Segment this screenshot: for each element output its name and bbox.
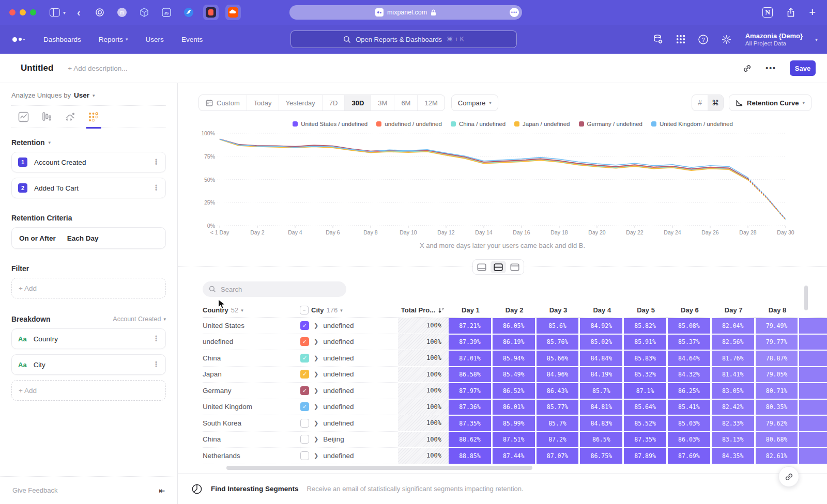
save-button[interactable]: Save xyxy=(790,60,816,76)
range-7d[interactable]: 7D xyxy=(323,95,345,111)
row-checkbox[interactable]: ✓ xyxy=(300,386,309,395)
copy-link-icon[interactable] xyxy=(742,64,752,73)
breakdown-add-button[interactable]: + Add xyxy=(11,380,166,401)
kebab-menu-icon[interactable]: ••• xyxy=(153,159,159,165)
country-cell[interactable]: China xyxy=(203,432,300,448)
city-cell[interactable]: ✓❯undefined xyxy=(300,367,398,383)
back-icon[interactable]: ‹ xyxy=(77,7,81,19)
breakdown-item-city[interactable]: AaCity••• xyxy=(11,354,166,375)
country-cell[interactable]: China xyxy=(203,350,300,367)
give-feedback-link[interactable]: Give Feedback xyxy=(12,486,57,494)
horizontal-scrollbar[interactable] xyxy=(226,466,532,470)
m-avatar-icon[interactable]: m xyxy=(114,5,130,20)
city-cell[interactable]: ❯undefined xyxy=(300,415,398,432)
close-window-icon[interactable] xyxy=(9,9,16,15)
global-search[interactable]: Open Reports & Dashboards ⌘ + K xyxy=(290,30,517,48)
legend-item[interactable]: United Kingdom / undefined xyxy=(651,121,733,127)
apps-grid-icon[interactable] xyxy=(676,35,685,44)
expand-chevron-icon[interactable]: ❯ xyxy=(314,387,318,394)
nav-link-dashboards[interactable]: Dashboards xyxy=(43,36,81,43)
cube-icon[interactable] xyxy=(136,5,152,20)
mixpanel-logo[interactable] xyxy=(12,37,25,42)
legend-item[interactable]: Japan / undefined xyxy=(514,121,570,127)
day-column-header[interactable]: Day 2 xyxy=(493,306,537,314)
row-checkbox[interactable]: ✓ xyxy=(300,354,309,363)
day-column-header[interactable]: Day 5 xyxy=(624,306,668,314)
expand-chevron-icon[interactable]: ❯ xyxy=(314,322,318,329)
share-icon[interactable] xyxy=(786,7,795,18)
day-column-header[interactable]: Day 4 xyxy=(580,306,624,314)
range-30d[interactable]: 30D xyxy=(345,95,371,111)
expand-chevron-icon[interactable]: ❯ xyxy=(314,371,318,377)
data-management-icon[interactable] xyxy=(652,34,664,45)
settings-gear-icon[interactable] xyxy=(721,34,732,45)
range-3m[interactable]: 3M xyxy=(371,95,394,111)
tab-insights[interactable] xyxy=(18,111,29,122)
table-view-button[interactable] xyxy=(507,261,523,273)
nav-link-users[interactable]: Users xyxy=(146,36,164,43)
city-cell[interactable]: ❯Beijing xyxy=(300,432,398,448)
add-description[interactable]: + Add description... xyxy=(68,65,127,72)
city-cell[interactable]: ❯undefined xyxy=(300,448,398,464)
kebab-menu-icon[interactable]: ••• xyxy=(153,185,159,191)
row-checkbox[interactable]: ✓ xyxy=(300,321,309,330)
nav-link-events[interactable]: Events xyxy=(181,36,203,43)
criteria-card[interactable]: On or After Each Day xyxy=(11,227,166,249)
legend-item[interactable]: undefined / undefined xyxy=(376,121,442,127)
percent-values-toggle[interactable]: ⌘ xyxy=(708,95,723,111)
tab-retention[interactable] xyxy=(87,111,99,122)
city-column-header[interactable]: – City176▾ xyxy=(300,306,398,314)
legend-item[interactable]: Germany / undefined xyxy=(579,121,642,127)
row-checkbox[interactable] xyxy=(300,451,309,460)
split-view-button[interactable] xyxy=(491,261,506,273)
expand-chevron-icon[interactable]: ❯ xyxy=(314,403,318,410)
chart-type-dropdown[interactable]: Retention Curve▾ xyxy=(729,94,811,111)
segments-title[interactable]: Find Interesting Segments xyxy=(211,485,299,493)
criteria-each-day[interactable]: Each Day xyxy=(67,234,99,242)
sidebar-icon[interactable] xyxy=(50,8,60,17)
collapse-sidebar-icon[interactable]: ⇤ xyxy=(159,486,165,495)
more-options-icon[interactable]: ••• xyxy=(765,64,776,72)
row-checkbox[interactable] xyxy=(300,419,309,428)
kebab-menu-icon[interactable]: ••• xyxy=(153,361,159,368)
range-yesterday[interactable]: Yesterday xyxy=(279,95,323,111)
city-cell[interactable]: ✓❯undefined xyxy=(300,399,398,416)
chevron-down-icon[interactable]: ▾ xyxy=(63,10,66,15)
row-checkbox[interactable]: ✓ xyxy=(300,402,309,411)
legend-item[interactable]: China / undefined xyxy=(451,121,506,127)
tab-flows[interactable] xyxy=(64,111,75,122)
breakdown-item-country[interactable]: AaCountry••• xyxy=(11,328,166,349)
cloud-tab-icon[interactable] xyxy=(225,5,241,20)
expand-chevron-icon[interactable]: ❯ xyxy=(314,452,318,459)
range-custom[interactable]: Custom xyxy=(199,95,247,111)
country-cell[interactable]: undefined xyxy=(203,334,300,351)
expand-chevron-icon[interactable]: ❯ xyxy=(314,420,318,427)
retention-step-1[interactable]: 1Account Created••• xyxy=(11,152,166,172)
expand-chevron-icon[interactable]: ❯ xyxy=(314,338,318,345)
mixpanel-tab-icon[interactable] xyxy=(203,5,219,20)
country-cell[interactable]: United States xyxy=(203,318,300,334)
row-checkbox[interactable]: ✓ xyxy=(300,370,309,379)
chart-view-button[interactable] xyxy=(474,261,489,273)
city-cell[interactable]: ✓❯undefined xyxy=(300,334,398,351)
row-checkbox[interactable]: ✓ xyxy=(300,337,309,346)
range-6m[interactable]: 6M xyxy=(394,95,418,111)
project-switcher[interactable]: Amazonia {Demo} All Project Data xyxy=(745,32,803,46)
report-title[interactable]: Untitled xyxy=(21,63,53,73)
day-column-header[interactable]: Day 3 xyxy=(537,306,580,314)
country-cell[interactable]: Netherlands xyxy=(203,448,300,464)
zoom-window-icon[interactable] xyxy=(30,9,36,15)
country-cell[interactable]: Germany xyxy=(203,383,300,399)
country-cell[interactable]: Japan xyxy=(203,367,300,383)
range-today[interactable]: Today xyxy=(247,95,279,111)
vertical-scrollbar[interactable] xyxy=(804,286,808,310)
bird-icon[interactable] xyxy=(181,5,196,20)
day-column-header[interactable]: Day 1 xyxy=(449,306,493,314)
compare-button[interactable]: Compare▾ xyxy=(451,94,498,111)
breakdown-scope-selector[interactable]: Account Created▾ xyxy=(113,316,166,323)
minimize-window-icon[interactable] xyxy=(20,9,26,15)
legend-item[interactable]: United States / undefined xyxy=(293,121,367,127)
analyze-value[interactable]: User xyxy=(74,91,89,99)
retention-curve-chart[interactable]: 0%25%50%75%100%< 1 DayDay 2Day 4Day 6Day… xyxy=(198,129,806,238)
filter-add-button[interactable]: + Add xyxy=(11,278,166,298)
